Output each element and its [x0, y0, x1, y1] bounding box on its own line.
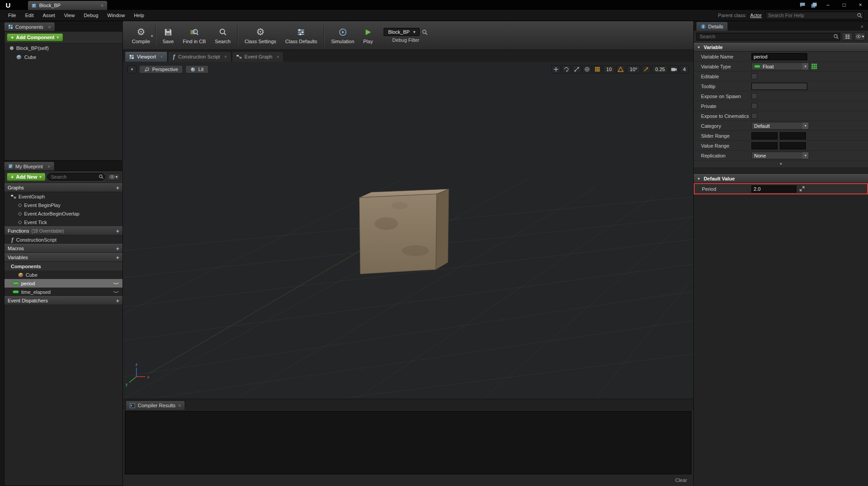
feedback-bubble-icon[interactable] [800, 2, 806, 8]
variable-name-input[interactable] [751, 53, 807, 60]
advanced-expander[interactable]: ▼ [694, 161, 868, 168]
close-button[interactable]: × [854, 1, 866, 9]
eye-closed-icon[interactable] [113, 290, 119, 294]
my-blueprint-search-input[interactable] [47, 173, 105, 180]
private-checkbox[interactable] [751, 103, 757, 109]
minimize-button[interactable]: – [822, 1, 834, 9]
value-range-max-input[interactable] [780, 142, 806, 149]
world-coordinate-button[interactable] [583, 65, 592, 73]
rotate-tool-button[interactable] [562, 65, 571, 73]
compiler-results-log[interactable] [125, 411, 692, 474]
container-type-icon[interactable] [811, 63, 817, 69]
compile-options-chevron-icon[interactable]: ▾ [151, 33, 153, 38]
tab-construction-script[interactable]: ƒ Construction Script × [168, 51, 231, 62]
editable-checkbox[interactable] [751, 73, 757, 79]
add-component-button[interactable]: + Add Component ▾ [7, 33, 63, 41]
clear-button[interactable]: Clear [675, 477, 687, 483]
menu-debug[interactable]: Debug [79, 10, 103, 21]
expand-node-icon[interactable] [800, 186, 805, 191]
period-value-input[interactable] [751, 185, 796, 193]
help-search-input[interactable] [765, 12, 863, 19]
grid-snap-value[interactable]: 10 [603, 65, 615, 73]
event-dispatchers-section-header[interactable]: Event Dispatchers + [5, 296, 122, 305]
perspective-button[interactable]: Perspective [139, 65, 183, 73]
tab-viewport[interactable]: Viewport × [125, 51, 167, 62]
add-variable-icon[interactable]: + [116, 254, 119, 261]
compile-button[interactable]: ⚙ Compile [127, 25, 154, 45]
scale-snap-toggle[interactable] [642, 65, 651, 73]
add-macro-icon[interactable]: + [116, 245, 119, 252]
add-event-dispatcher-icon[interactable]: + [116, 297, 119, 304]
display-filter-button[interactable]: ▾ [854, 32, 865, 40]
debug-search-icon[interactable] [422, 29, 428, 35]
category-dropdown[interactable]: Default ▾ [751, 122, 809, 130]
layers-icon[interactable] [811, 2, 818, 8]
simulation-button[interactable]: Simulation [326, 25, 358, 45]
value-range-min-input[interactable] [751, 142, 778, 149]
details-search-input[interactable] [696, 33, 840, 40]
viewport-options-dropdown[interactable]: ▾ [127, 65, 136, 73]
rotation-snap-toggle[interactable] [616, 65, 625, 73]
tree-item-variable-period[interactable]: period [5, 279, 122, 288]
functions-section-header[interactable]: Functions (18 Overridable) + [5, 226, 122, 235]
add-function-icon[interactable]: + [116, 228, 119, 234]
close-icon[interactable]: × [47, 164, 50, 169]
macros-section-header[interactable]: Macros + [5, 244, 122, 253]
close-icon[interactable]: × [178, 403, 181, 408]
scale-snap-value[interactable]: 0.25 [652, 65, 668, 73]
camera-speed-value[interactable]: 4 [680, 65, 689, 73]
menu-view[interactable]: View [59, 10, 79, 21]
variables-section-header[interactable]: Variables + [5, 253, 122, 262]
expose-to-cinematics-checkbox[interactable] [751, 113, 757, 119]
tab-components[interactable]: Components × [4, 22, 55, 31]
grid-snap-toggle[interactable] [593, 65, 602, 73]
close-icon[interactable]: × [160, 54, 163, 59]
play-button[interactable]: Play [359, 25, 377, 45]
tab-close-icon[interactable]: × [101, 3, 104, 8]
search-button[interactable]: Search [210, 25, 235, 45]
restore-button[interactable]: □ [838, 1, 850, 9]
scale-tool-button[interactable] [572, 65, 581, 73]
tree-item-cube-variable[interactable]: Cube [5, 270, 122, 279]
close-icon[interactable]: × [276, 54, 279, 59]
rotation-snap-value[interactable]: 10° [627, 65, 641, 73]
close-icon[interactable]: × [861, 24, 866, 31]
parent-class-link[interactable]: Actor [750, 13, 762, 18]
close-icon[interactable]: × [224, 54, 227, 59]
lit-mode-button[interactable]: Lit [185, 65, 208, 73]
menu-edit[interactable]: Edit [21, 10, 38, 21]
replication-dropdown[interactable]: None ▾ [751, 152, 809, 159]
variable-type-dropdown[interactable]: Float ▾ [751, 63, 809, 70]
graphs-section-header[interactable]: Graphs + [5, 183, 122, 192]
translate-tool-button[interactable] [552, 65, 561, 73]
menu-file[interactable]: File [4, 10, 21, 21]
tooltip-input[interactable] [751, 83, 807, 90]
class-settings-button[interactable]: ⚙ Class Settings [240, 25, 280, 45]
save-button[interactable]: Save [158, 25, 178, 45]
tree-item-event-tick[interactable]: ◇ Event Tick [5, 218, 122, 226]
close-icon[interactable]: × [48, 24, 50, 30]
default-value-section-header[interactable]: ▼ Default Value [694, 174, 868, 183]
tab-compiler-results[interactable]: Compiler Results × [126, 400, 185, 410]
find-in-cb-button[interactable]: Find in CB [178, 25, 210, 45]
tree-item-event-beginplay[interactable]: ◇ Event BeginPlay [5, 201, 122, 209]
tab-event-graph[interactable]: Event Graph × [232, 51, 284, 62]
view-options-button[interactable]: ▾ [107, 173, 120, 180]
class-defaults-button[interactable]: Class Defaults [281, 25, 322, 45]
tree-item-event-actorbeginoverlap[interactable]: ◇ Event ActorBeginOverlap [5, 209, 122, 218]
menu-asset[interactable]: Asset [38, 10, 60, 21]
tab-details[interactable]: Details [696, 22, 728, 31]
slider-range-min-input[interactable] [751, 132, 778, 140]
component-row-cube[interactable]: Cube [5, 53, 122, 62]
expose-on-spawn-checkbox[interactable] [751, 93, 757, 99]
slider-range-max-input[interactable] [780, 132, 806, 140]
tree-item-variable-time-elapsed[interactable]: time_elapsed [5, 288, 122, 296]
eye-closed-icon[interactable] [113, 282, 119, 285]
variables-category-components[interactable]: Components [5, 262, 122, 270]
menu-window[interactable]: Window [103, 10, 129, 21]
component-row-self[interactable]: Block_BP(self) [5, 44, 122, 53]
tree-item-constructionscript[interactable]: ƒ ConstructionScript [5, 235, 122, 244]
debug-object-dropdown[interactable]: Block_BP ▾ [384, 28, 420, 36]
camera-speed-button[interactable] [669, 65, 678, 73]
property-matrix-button[interactable] [842, 32, 853, 40]
